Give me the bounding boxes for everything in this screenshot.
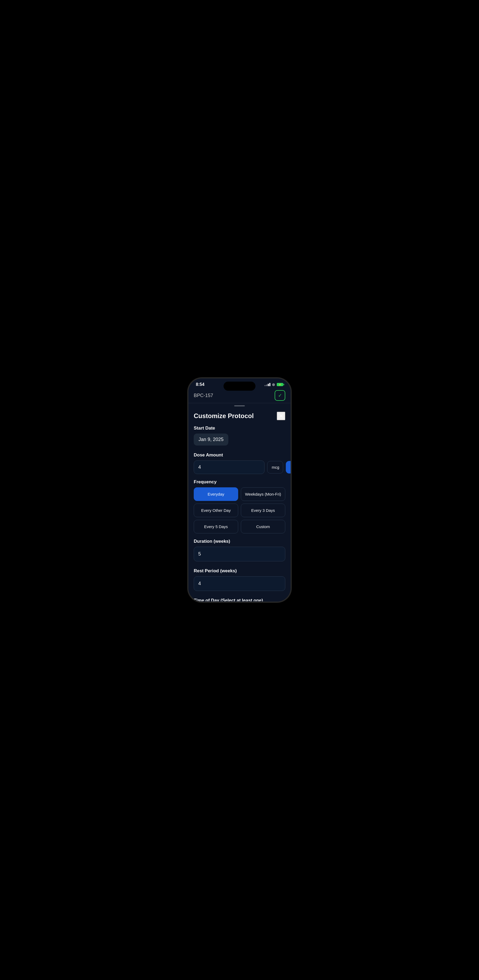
start-date-label: Start Date (194, 426, 285, 431)
dose-amount-label: Dose Amount (194, 452, 285, 458)
close-button[interactable]: ✕ (277, 412, 285, 420)
frequency-section: Frequency Everyday Weekdays (Mon-Fri) Ev… (194, 479, 285, 533)
battery-icon: ⚡ (277, 383, 283, 386)
dose-row: mcg mg (194, 460, 285, 474)
check-icon: ✓ (278, 393, 282, 398)
compound-title: BPC-157 (194, 393, 213, 398)
freq-every-5-days-button[interactable]: Every 5 Days (194, 520, 238, 533)
dose-amount-section: Dose Amount mcg mg (194, 452, 285, 474)
confirm-button[interactable]: ✓ (274, 390, 285, 401)
frequency-grid: Everyday Weekdays (Mon-Fri) Every Other … (194, 487, 285, 533)
freq-custom-button[interactable]: Custom (241, 520, 285, 533)
duration-input[interactable] (194, 547, 285, 562)
rest-period-input[interactable] (194, 576, 285, 591)
modal-header: Customize Protocol ✕ (194, 407, 285, 426)
duration-label: Duration (weeks) (194, 539, 285, 544)
freq-every-other-day-button[interactable]: Every Other Day (194, 504, 238, 517)
duration-section: Duration (weeks) (194, 539, 285, 567)
frequency-label: Frequency (194, 479, 285, 485)
rest-period-section: Rest Period (weeks) (194, 568, 285, 596)
wifi-icon: ⊛ (272, 382, 275, 387)
modal-title: Customize Protocol (194, 412, 254, 420)
time-of-day-label: Time of Day (Select at least one) (194, 598, 285, 601)
status-icons: ⊛ ⚡ (265, 382, 283, 387)
signal-icon (265, 383, 270, 386)
dynamic-island (224, 382, 255, 391)
freq-every-3-days-button[interactable]: Every 3 Days (241, 504, 285, 517)
dose-input[interactable] (194, 460, 265, 474)
freq-weekdays-button[interactable]: Weekdays (Mon-Fri) (241, 487, 285, 501)
scroll-content: Customize Protocol ✕ Start Date Jan 9, 2… (189, 407, 290, 601)
status-time: 8:54 (196, 382, 205, 387)
close-icon: ✕ (279, 413, 284, 419)
unit-mg-button[interactable]: mg (286, 461, 290, 474)
drag-handle (234, 405, 245, 406)
rest-period-label: Rest Period (weeks) (194, 568, 285, 574)
unit-mcg-button[interactable]: mcg (267, 461, 283, 474)
start-date-section: Start Date Jan 9, 2025 (194, 426, 285, 451)
time-of-day-section: Time of Day (Select at least one) Mornin… (194, 598, 285, 601)
freq-everyday-button[interactable]: Everyday (194, 487, 238, 501)
start-date-button[interactable]: Jan 9, 2025 (194, 434, 228, 445)
